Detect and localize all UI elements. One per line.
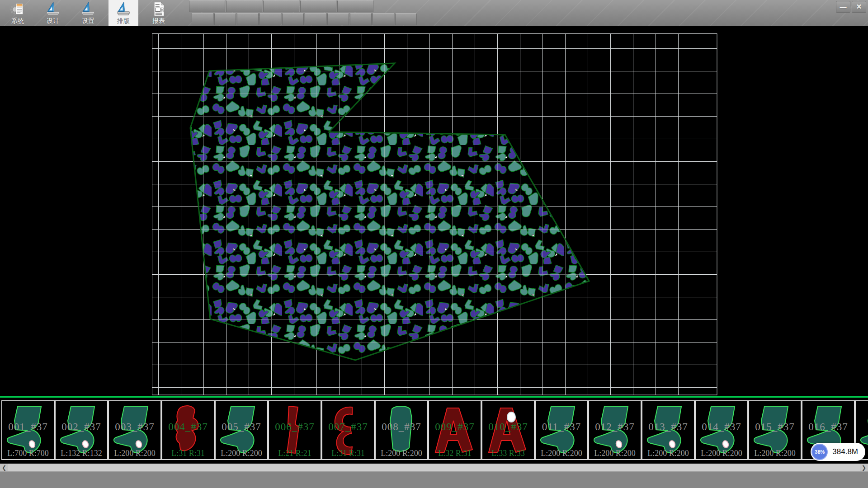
piece-tile[interactable]: 014_#37 L:200 R:200 xyxy=(695,400,748,460)
piece-tile[interactable]: 012_#37 L:200 R:200 xyxy=(588,400,642,460)
piece-tile[interactable]: 001_#37 L:700 R:700 xyxy=(1,400,55,460)
scroll-left-arrow-icon[interactable]: ❮ xyxy=(0,464,8,471)
nav-tab[interactable]: 系统 xyxy=(3,0,33,26)
piece-lr-count: L:31 R:31 xyxy=(322,449,374,458)
nesting-app-window: 系统 设计 设置 排版 报表 — xyxy=(0,0,868,488)
menu-button[interactable] xyxy=(300,0,336,12)
piece-thumbnail-strip: 001_#37 L:700 R:700 002_#37 L:132 R:132 … xyxy=(0,398,868,464)
horizontal-scrollbar[interactable]: ❮ ❯ xyxy=(0,464,868,471)
nav-tab[interactable]: 设计 xyxy=(38,0,68,26)
piece-tile[interactable]: 010_#37 L:33 R:33 xyxy=(481,400,535,460)
piece-tile[interactable]: 007_#37 L:31 R:31 xyxy=(321,400,375,460)
tool-button[interactable] xyxy=(282,13,304,25)
system-icon xyxy=(9,1,26,17)
piece-tile[interactable]: 005_#37 L:200 R:200 xyxy=(215,400,268,460)
tool-button[interactable] xyxy=(350,13,372,25)
nesting-canvas-viewport[interactable] xyxy=(0,26,868,396)
piece-tile[interactable]: 002_#37 L:132 R:132 xyxy=(55,400,108,460)
toolbar: 系统 设计 设置 排版 报表 — xyxy=(0,0,868,26)
nav-tab-label: 系统 xyxy=(11,17,24,25)
design-icon xyxy=(44,1,61,17)
nav-tab[interactable]: 设置 xyxy=(73,0,103,26)
nav-tab-label: 排版 xyxy=(117,17,130,25)
menu-button[interactable] xyxy=(337,0,373,12)
tool-button[interactable] xyxy=(305,13,326,25)
tool-button[interactable] xyxy=(327,13,349,25)
piece-name: 005_#37 xyxy=(216,421,267,433)
piece-tile[interactable]: 009_#37 L:32 R:31 xyxy=(428,400,481,460)
nav-tab-label: 设计 xyxy=(47,17,59,25)
piece-name: 009_#37 xyxy=(429,421,481,433)
piece-name: 015_#37 xyxy=(749,421,801,433)
piece-tile[interactable]: 003_#37 L:200 R:200 xyxy=(108,400,161,460)
piece-name: 003_#37 xyxy=(109,421,160,433)
piece-lr-count: L:31 R:31 xyxy=(162,449,214,458)
piece-tile[interactable]: 006_#37 L:21 R:21 xyxy=(268,400,321,460)
piece-lr-count: L:200 R:200 xyxy=(642,449,694,458)
progress-percent-badge: 38% xyxy=(811,444,828,460)
bottom-status-bar xyxy=(0,471,868,488)
piece-name: 011_#37 xyxy=(536,421,587,433)
nav-tab-label: 报表 xyxy=(152,17,165,25)
piece-name: 0 xyxy=(856,421,868,433)
piece-lr-count: L:21 R:21 xyxy=(269,449,321,458)
piece-tile[interactable]: 011_#37 L:200 R:200 xyxy=(535,400,588,460)
nav-tabs: 系统 设计 设置 排版 报表 xyxy=(3,0,174,26)
settings-icon xyxy=(80,1,97,17)
piece-lr-count: L:200 R:200 xyxy=(376,449,427,458)
piece-name: 006_#37 xyxy=(269,421,321,433)
tool-button[interactable] xyxy=(373,13,394,25)
piece-name: 012_#37 xyxy=(589,421,641,433)
tool-button[interactable] xyxy=(259,13,281,25)
piece-lr-count: L:132 R:132 xyxy=(56,449,107,458)
piece-name: 008_#37 xyxy=(376,421,427,433)
piece-lr-count: L:200 R:200 xyxy=(536,449,587,458)
piece-tile[interactable]: 015_#37 L:200 R:200 xyxy=(748,400,802,460)
nesting-icon xyxy=(115,1,132,17)
tool-button[interactable] xyxy=(237,13,259,25)
menu-bar xyxy=(189,0,373,12)
window-controls: — ✕ xyxy=(836,1,866,13)
piece-name: 002_#37 xyxy=(56,421,107,433)
menu-button[interactable] xyxy=(189,0,225,12)
piece-name: 001_#37 xyxy=(2,421,54,433)
piece-lr-count: L:33 R:33 xyxy=(482,449,534,458)
piece-name: 004_#37 xyxy=(162,421,214,433)
nesting-canvas-svg xyxy=(0,26,868,396)
piece-name: 013_#37 xyxy=(642,421,694,433)
tool-button[interactable] xyxy=(192,13,213,25)
piece-lr-count: L:700 R:700 xyxy=(2,449,54,458)
nav-tab[interactable]: 报表 xyxy=(144,0,174,26)
piece-lr-count: L:200 R:200 xyxy=(109,449,160,458)
piece-lr-count: L:32 R:31 xyxy=(429,449,481,458)
close-button[interactable]: ✕ xyxy=(852,1,866,13)
scroll-right-arrow-icon[interactable]: ❯ xyxy=(860,464,868,471)
memory-usage-value: 384.8M xyxy=(832,447,858,456)
piece-tile[interactable]: 013_#37 L:200 R:200 xyxy=(642,400,695,460)
piece-tile[interactable]: 004_#37 L:31 R:31 xyxy=(161,400,215,460)
tool-bar xyxy=(192,13,417,25)
memory-status-pill: 38% 384.8M xyxy=(811,443,865,461)
minimize-button[interactable]: — xyxy=(836,1,850,13)
piece-name: 007_#37 xyxy=(322,421,374,433)
tool-button[interactable] xyxy=(214,13,236,25)
piece-tile[interactable]: 008_#37 L:200 R:200 xyxy=(375,400,428,460)
piece-lr-count: L:200 R:200 xyxy=(696,449,747,458)
piece-lr-count: L:200 R:200 xyxy=(749,449,801,458)
menu-button[interactable] xyxy=(263,0,299,12)
piece-name: 014_#37 xyxy=(696,421,747,433)
piece-lr-count: L:200 R:200 xyxy=(589,449,641,458)
report-icon xyxy=(150,1,167,17)
menu-button[interactable] xyxy=(226,0,262,12)
nav-tab[interactable]: 排版 xyxy=(108,0,138,26)
piece-tiles: 001_#37 L:700 R:700 002_#37 L:132 R:132 … xyxy=(1,400,868,460)
tool-button[interactable] xyxy=(395,13,417,25)
piece-lr-count: L:200 R:200 xyxy=(216,449,267,458)
piece-name: 016_#37 xyxy=(802,421,854,433)
nav-tab-label: 设置 xyxy=(82,17,94,25)
piece-name: 010_#37 xyxy=(482,421,534,433)
